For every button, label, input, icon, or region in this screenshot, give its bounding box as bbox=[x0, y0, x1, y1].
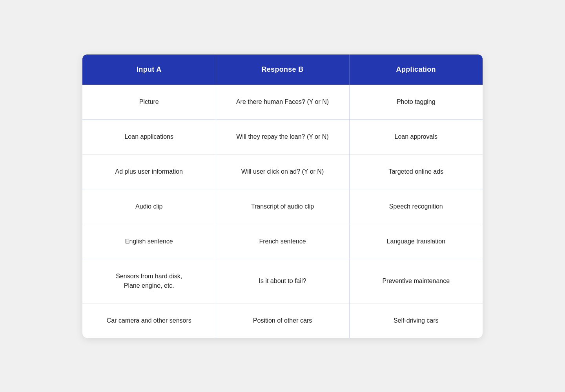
cell-response-0: Are there human Faces? (Y or N) bbox=[216, 85, 349, 120]
cell-input-1: Loan applications bbox=[82, 119, 216, 154]
cell-input-4: English sentence bbox=[82, 224, 216, 259]
col-header-application: Application bbox=[349, 54, 483, 85]
cell-response-5: Is it about to fail? bbox=[216, 259, 349, 303]
table-row: PictureAre there human Faces? (Y or N)Ph… bbox=[82, 85, 483, 120]
cell-application-5: Preventive maintenance bbox=[349, 259, 483, 303]
table-row: Sensors from hard disk,Plane engine, etc… bbox=[82, 259, 483, 303]
cell-response-6: Position of other cars bbox=[216, 303, 349, 338]
cell-input-2: Ad plus user information bbox=[82, 154, 216, 189]
cell-application-0: Photo tagging bbox=[349, 85, 483, 120]
col-header-input-a: Input A bbox=[82, 54, 216, 85]
table-row: Audio clipTranscript of audio clipSpeech… bbox=[82, 189, 483, 224]
cell-application-3: Speech recognition bbox=[349, 189, 483, 224]
table-row: English sentenceFrench sentenceLanguage … bbox=[82, 224, 483, 259]
table-row: Car camera and other sensorsPosition of … bbox=[82, 303, 483, 338]
cell-input-0: Picture bbox=[82, 85, 216, 120]
cell-response-4: French sentence bbox=[216, 224, 349, 259]
col-header-response-b: Response B bbox=[216, 54, 349, 85]
table-row: Loan applicationsWill they repay the loa… bbox=[82, 119, 483, 154]
main-table-wrapper: Input A Response B Application PictureAr… bbox=[82, 54, 483, 338]
cell-input-5: Sensors from hard disk,Plane engine, etc… bbox=[82, 259, 216, 303]
cell-input-3: Audio clip bbox=[82, 189, 216, 224]
cell-application-4: Language translation bbox=[349, 224, 483, 259]
cell-response-2: Will user click on ad? (Y or N) bbox=[216, 154, 349, 189]
cell-response-1: Will they repay the loan? (Y or N) bbox=[216, 119, 349, 154]
cell-application-1: Loan approvals bbox=[349, 119, 483, 154]
cell-response-3: Transcript of audio clip bbox=[216, 189, 349, 224]
table-header-row: Input A Response B Application bbox=[82, 54, 483, 85]
data-table: Input A Response B Application PictureAr… bbox=[82, 54, 483, 338]
cell-application-6: Self-driving cars bbox=[349, 303, 483, 338]
cell-input-6: Car camera and other sensors bbox=[82, 303, 216, 338]
table-row: Ad plus user informationWill user click … bbox=[82, 154, 483, 189]
cell-application-2: Targeted online ads bbox=[349, 154, 483, 189]
